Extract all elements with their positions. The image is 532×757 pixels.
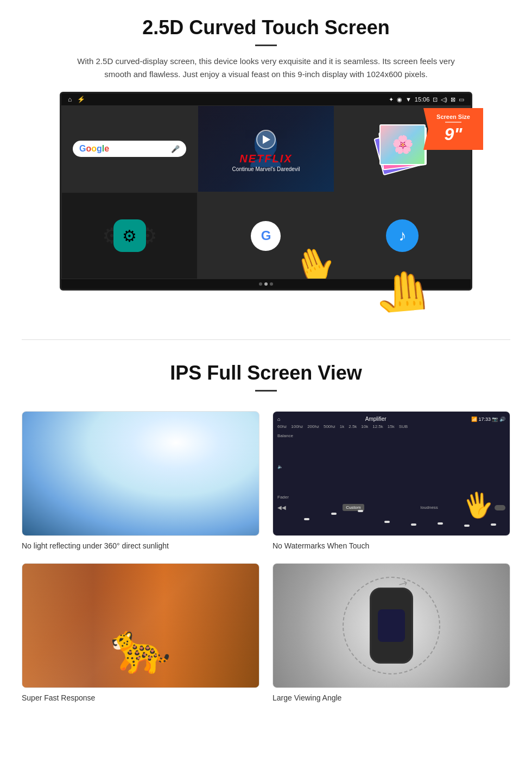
page-divider xyxy=(22,339,510,340)
hand-pointing-icon: 🤚 xyxy=(287,239,334,279)
netflix-subtitle: Continue Marvel's Daredevil xyxy=(232,166,300,172)
app-cell-netflix[interactable]: 👤 NETFLIX Continue Marvel's Daredevil Ne… xyxy=(198,105,334,192)
usb-icon: ⚡ xyxy=(77,96,85,103)
ips-title-divider xyxy=(255,390,277,392)
app-cell-google[interactable]: Google 🎤 Google 3 × 1 xyxy=(61,105,198,192)
badge-label: Screen Size xyxy=(431,113,476,120)
section-ips: IPS Full Screen View xyxy=(0,345,532,411)
amp-freq-labels: 60hz100hz200hz500hz1k2.5k10k12.5k15kSUB xyxy=(277,424,505,429)
amplifier-image-box: ⌂ Amplifier 📶 17:33 📷 🔊 60hz100hz200hz50… xyxy=(273,411,510,536)
location-icon: ◉ xyxy=(397,96,402,103)
close-icon: ⊠ xyxy=(451,96,455,103)
amp-thumb-3[interactable] xyxy=(358,510,363,512)
maps-icon: G xyxy=(251,221,281,251)
feature-viewing: ↗ Large Viewing Angle xyxy=(273,563,510,702)
badge-size: 9" xyxy=(431,124,476,144)
cheetah-silhouette-icon: 🐆 xyxy=(110,620,171,677)
device-screen: ⌂ ⚡ ✦ ◉ ▼ 15:06 ⊡ ◁) ⊠ ▭ xyxy=(60,92,472,291)
cheetah-image-box: 🐆 xyxy=(22,563,259,688)
status-right: ✦ ◉ ▼ 15:06 ⊡ ◁) ⊠ ▭ xyxy=(389,96,464,103)
window-icon: ▭ xyxy=(459,96,464,103)
share-location-content: G 🤚 xyxy=(198,193,333,279)
google-mic-icon: 🎤 xyxy=(171,145,180,153)
car-image-box: ↗ xyxy=(273,563,510,688)
volume-icon: ◁) xyxy=(441,96,447,103)
google-content: Google 🎤 xyxy=(62,106,197,192)
status-time: 15:06 xyxy=(415,96,430,103)
curved-title: 2.5D Curved Touch Screen xyxy=(33,16,499,39)
feature-watermarks: ⌂ Amplifier 📶 17:33 📷 🔊 60hz100hz200hz50… xyxy=(273,411,510,550)
netflix-content: 👤 NETFLIX Continue Marvel's Daredevil xyxy=(198,106,333,192)
bluetooth-icon: ✦ xyxy=(389,96,394,103)
feature-sunlight: No light reflecting under 360° direct su… xyxy=(22,411,259,550)
amp-thumb-7[interactable] xyxy=(464,525,470,527)
amp-back-icon: ◀◀ xyxy=(277,504,286,510)
car-overhead: ↗ xyxy=(370,588,413,664)
amp-thumb-2[interactable] xyxy=(331,513,337,515)
amp-loudness-toggle[interactable] xyxy=(495,505,505,510)
amp-loudness-label: loudness xyxy=(421,505,438,510)
car-img: ↗ xyxy=(273,564,510,687)
settings-label-bar: Settings shortcut 1 × 1 xyxy=(62,279,197,279)
status-bar: ⌂ ⚡ ✦ ◉ ▼ 15:06 ⊡ ◁) ⊠ ▭ xyxy=(61,93,471,105)
google-logo: Google xyxy=(79,144,109,154)
google-search-bar[interactable]: Google 🎤 xyxy=(73,141,186,157)
feature-fast: 🐆 Super Fast Response xyxy=(22,563,259,702)
maps-g-letter: G xyxy=(261,228,271,243)
amplifier-img: ⌂ Amplifier 📶 17:33 📷 🔊 60hz100hz200hz50… xyxy=(273,412,510,535)
sunlight-image-box xyxy=(22,411,259,536)
amp-home-icon: ⌂ xyxy=(277,417,280,422)
viewing-label: Large Viewing Angle xyxy=(273,693,510,702)
watermarks-label: No Watermarks When Touch xyxy=(273,541,510,550)
amp-thumb-6[interactable] xyxy=(438,522,443,525)
camera-icon: ⊡ xyxy=(433,96,438,103)
section-curved: 2.5D Curved Touch Screen With 2.5D curve… xyxy=(0,0,532,334)
curved-description: With 2.5D curved-display screen, this de… xyxy=(76,55,456,81)
amp-header: ⌂ Amplifier 📶 17:33 📷 🔊 xyxy=(277,416,505,422)
title-divider xyxy=(255,45,277,46)
car-body xyxy=(370,588,413,664)
app-cell-settings[interactable]: ⚙ ⚙ ⚙ Settings shortcut 1 × 1 xyxy=(61,192,198,279)
amp-status: 📶 17:33 📷 🔊 xyxy=(471,417,505,422)
car-window xyxy=(378,609,405,642)
netflix-overlay: NETFLIX Continue Marvel's Daredevil xyxy=(232,125,300,172)
play-triangle-icon xyxy=(263,135,270,144)
device-wrapper: Screen Size 9" ⌂ ⚡ ✦ ◉ ▼ 15:06 ⊡ ◁) ⊠ xyxy=(60,92,472,323)
flower-icon: 🌸 xyxy=(381,125,425,164)
photo-card-main: 🌸 xyxy=(379,124,426,165)
amp-thumb-5[interactable] xyxy=(411,523,416,526)
cheetah-img: 🐆 xyxy=(22,564,259,687)
settings-main-icon[interactable]: ⚙ xyxy=(113,219,146,252)
settings-content: ⚙ ⚙ ⚙ xyxy=(62,193,197,279)
wifi-icon: ▼ xyxy=(406,96,411,103)
sunlight-flare-img xyxy=(22,412,259,535)
home-icon[interactable]: ⌂ xyxy=(68,96,72,103)
play-button[interactable] xyxy=(256,130,276,149)
feature-grid: No light reflecting under 360° direct su… xyxy=(0,411,532,718)
gear-icon: ⚙ xyxy=(122,226,137,245)
photo-stack: 🌸 xyxy=(375,124,429,173)
amp-title: Amplifier xyxy=(365,416,387,422)
amp-thumb-4[interactable] xyxy=(384,521,390,523)
music-note-icon: ♪ xyxy=(386,219,419,252)
amp-thumb-8[interactable] xyxy=(491,523,496,526)
app-cell-share[interactable]: G 🤚 Share location 1 × 1 xyxy=(198,192,334,279)
sunlight-label: No light reflecting under 360° direct su… xyxy=(22,541,259,550)
badge-divider xyxy=(445,122,461,123)
amp-side-labels: Balance 🔈 Fader xyxy=(277,431,293,502)
amp-hand-icon: 🖐 xyxy=(461,488,496,522)
status-left: ⌂ ⚡ xyxy=(68,96,85,103)
fast-label: Super Fast Response xyxy=(22,693,259,702)
netflix-logo: NETFLIX xyxy=(232,153,300,165)
ips-title: IPS Full Screen View xyxy=(33,362,499,384)
screen-size-badge: Screen Size 9" xyxy=(423,108,483,150)
amp-thumb-1[interactable] xyxy=(304,518,309,520)
app-grid: Google 🎤 Google 3 × 1 xyxy=(61,105,471,279)
